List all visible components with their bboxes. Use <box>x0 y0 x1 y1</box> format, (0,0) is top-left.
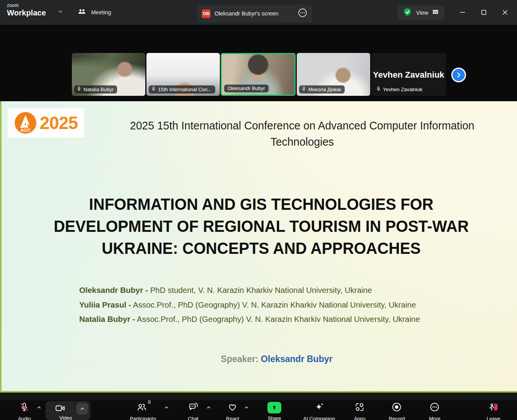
participant-nametag: Микола Дивак <box>299 85 345 94</box>
participant-name: Микола Дивак <box>308 87 341 92</box>
speaker-name: Oleksandr Bubyr <box>261 354 332 364</box>
chevron-down-icon[interactable] <box>57 9 63 16</box>
speaker-line: Speaker: Oleksandr Bubyr <box>221 354 333 364</box>
speaker-label: Speaker: <box>221 354 258 364</box>
brand-zoom-text: zoom <box>7 3 46 8</box>
video-menu-chevron-icon[interactable] <box>77 403 88 415</box>
zoom-workplace-logo: zoom Workplace <box>7 3 46 17</box>
audio-menu-chevron-icon[interactable] <box>36 405 42 412</box>
video-button-label: Video <box>46 415 86 420</box>
mic-muted-icon <box>151 86 156 92</box>
audio-button-label: Audio <box>18 416 31 420</box>
acit-logo-icon: ACIT <box>14 112 37 134</box>
participants-menu-chevron-icon[interactable] <box>164 405 169 412</box>
participant-display-name: Yevhen Zavalniuk <box>371 70 446 80</box>
participant-name: Oleksandr Bubyr <box>228 85 265 91</box>
tab-options-ellipsis-icon[interactable] <box>298 8 308 19</box>
svg-text:ACIT: ACIT <box>20 128 31 133</box>
leave-button-label: Leave <box>486 416 500 420</box>
participants-icon <box>136 402 147 414</box>
view-button-label: View <box>416 10 428 16</box>
author-name: Oleksandr Bubyr - <box>79 286 148 294</box>
author-line: Natalia Bubyr - Assoc.Prof., PhD (Geogra… <box>79 312 420 326</box>
ellipsis-circle-icon <box>430 402 440 414</box>
chat-menu-chevron-icon[interactable] <box>206 405 211 412</box>
video-tile-conference-room[interactable]: 15th International Con... <box>146 53 220 96</box>
screen-share-badge: OB <box>202 9 211 18</box>
author-affiliation: Assoc.Prof., PhD (Geography) V. N. Karaz… <box>135 315 420 323</box>
video-camera-icon <box>55 403 65 415</box>
participants-video-strip: Natalia Bubyr 15th International Con... … <box>0 25 517 101</box>
ai-companion-button-label: AI Companion <box>303 416 335 420</box>
react-button[interactable]: React <box>226 402 239 420</box>
more-button-label: More <box>429 416 440 420</box>
mic-muted-icon <box>77 86 82 92</box>
video-tile-natalia-bubyr[interactable]: Natalia Bubyr <box>72 53 145 96</box>
video-button[interactable]: Video <box>46 401 90 420</box>
meeting-people-icon <box>77 7 87 17</box>
react-button-label: React <box>226 416 239 420</box>
chat-button[interactable]: Chat <box>188 402 198 420</box>
under-slide-strip <box>0 393 517 400</box>
heart-icon <box>228 402 238 414</box>
tab-meeting-label: Meeting <box>91 9 111 15</box>
tab-meeting[interactable]: Meeting <box>77 7 111 17</box>
video-tile-yevhen-zavalniuk-camera-off[interactable]: Yevhen Zavalniuk Yevhen Zavalniuk <box>371 53 446 96</box>
chat-button-label: Chat <box>188 416 198 420</box>
author-name: Natalia Bubyr - <box>79 315 135 323</box>
authors-list: Oleksandr Bubyr - PhD student, V. N. Kar… <box>79 283 420 326</box>
participant-nametag: Natalia Bubyr <box>74 85 117 94</box>
author-affiliation: Assoc.Prof., PhD (Geography) V. N. Karaz… <box>131 300 416 309</box>
mic-muted-icon <box>19 402 30 414</box>
participant-name: Yevhen Zavalniuk <box>383 87 422 92</box>
shared-screen-slide: ACIT 2025 2025 15th International Confer… <box>0 101 517 393</box>
react-menu-chevron-icon[interactable] <box>244 405 249 412</box>
participants-button[interactable]: 8 Participants <box>130 402 156 420</box>
apps-icon <box>354 402 365 414</box>
close-button[interactable] <box>499 7 511 18</box>
participant-nametag: Oleksandr Bubyr <box>224 85 269 92</box>
zoom-window: zoom Workplace Meeting OB Oleksandr Buby… <box>0 0 517 420</box>
view-layout-grid-icon <box>432 9 439 17</box>
video-tile-mykola-dyvak[interactable]: Микола Дивак <box>297 53 370 96</box>
video-tile-oleksandr-bubyr-active[interactable]: Oleksandr Bubyr <box>221 53 296 96</box>
next-participants-arrow-button[interactable] <box>451 68 466 82</box>
window-titlebar: zoom Workplace Meeting OB Oleksandr Buby… <box>0 0 517 25</box>
more-button[interactable]: More <box>429 402 440 420</box>
conference-title: 2025 15th International Conference on Ad… <box>97 117 507 150</box>
leave-door-icon <box>488 402 498 414</box>
apps-button[interactable]: Apps <box>354 402 366 420</box>
chat-bubble-icon <box>188 402 199 414</box>
tab-screen-share-label: Oleksandr Bubyr's screen <box>214 10 294 17</box>
participants-icon-row: 8 <box>136 402 150 414</box>
security-shield-icon <box>403 7 412 19</box>
leave-button[interactable]: Leave <box>486 402 500 420</box>
view-button[interactable]: View <box>397 5 444 20</box>
record-icon <box>391 402 402 414</box>
participant-nametag: 15th International Con... <box>149 85 215 94</box>
minimize-button[interactable] <box>457 7 468 18</box>
record-button-label: Record <box>389 416 405 420</box>
logo-year: 2025 <box>40 112 78 133</box>
mic-muted-icon <box>376 86 381 92</box>
participants-button-label: Participants <box>130 416 156 420</box>
mic-muted-icon <box>301 86 306 92</box>
participant-name: 15th International Con... <box>158 87 212 92</box>
participant-name: Natalia Bubyr <box>83 87 114 92</box>
maximize-button[interactable] <box>478 7 490 18</box>
share-up-arrow-icon <box>267 402 281 413</box>
audio-button[interactable]: Audio <box>18 402 31 420</box>
author-name: Yuliia Prasul - <box>79 300 131 309</box>
acit-2025-logo: ACIT 2025 <box>8 108 84 138</box>
share-button[interactable]: Share <box>267 402 281 420</box>
participants-count: 8 <box>148 399 151 405</box>
tab-screen-share[interactable]: OB Oleksandr Bubyr's screen <box>197 5 312 22</box>
presentation-title: INFORMATION AND GIS TECHNOLOGIES FOR DEV… <box>24 193 498 259</box>
author-line: Oleksandr Bubyr - PhD student, V. N. Kar… <box>79 283 420 298</box>
ai-companion-button[interactable]: AI Companion <box>303 402 335 420</box>
author-line: Yuliia Prasul - Assoc.Prof., PhD (Geogra… <box>79 298 420 312</box>
sparkle-icon <box>314 402 324 414</box>
participant-nametag: Yevhen Zavalniuk <box>374 85 426 94</box>
apps-button-label: Apps <box>354 416 366 420</box>
record-button[interactable]: Record <box>389 402 405 420</box>
